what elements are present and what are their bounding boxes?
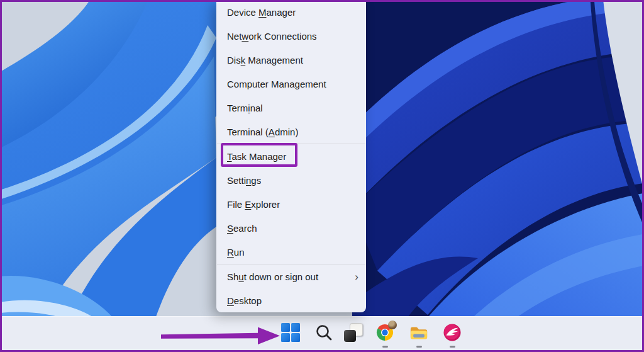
start-logo-pane <box>291 323 300 332</box>
pink-feather-app-icon[interactable] <box>443 323 462 342</box>
chrome-icon[interactable] <box>375 323 394 342</box>
annotation-arrow <box>156 324 284 349</box>
menu-item-search[interactable]: Search <box>216 216 366 240</box>
menu-item-terminal[interactable]: Terminal <box>216 96 366 120</box>
submenu-chevron-icon: › <box>355 271 358 282</box>
search-icon[interactable] <box>314 323 333 342</box>
chrome-running-indicator <box>382 346 388 348</box>
menu-item-terminal-admin[interactable]: Terminal (Admin) <box>216 120 366 144</box>
task-view-icon[interactable] <box>344 323 363 342</box>
menu-item-settings[interactable]: Settings <box>216 168 366 192</box>
menu-item-device-manager[interactable]: Device Manager <box>216 0 366 24</box>
winx-context-menu: Device Manager Network Connections Disk … <box>216 0 366 312</box>
menu-item-computer-management[interactable]: Computer Management <box>216 72 366 96</box>
menu-item-disk-management[interactable]: Disk Management <box>216 48 366 72</box>
menu-item-desktop[interactable]: Desktop <box>216 288 366 312</box>
file-explorer-icon[interactable] <box>409 323 428 342</box>
start-logo-pane <box>291 333 300 342</box>
menu-item-file-explorer[interactable]: File Explorer <box>216 192 366 216</box>
file-explorer-running-indicator <box>416 346 422 348</box>
menu-item-network-connections[interactable]: Network Connections <box>216 24 366 48</box>
windows-desktop: Device Manager Network Connections Disk … <box>0 0 644 352</box>
menu-item-shut-down-or-sign-out[interactable]: Shut down or sign out› <box>216 264 366 288</box>
chrome-profile-avatar <box>388 321 397 329</box>
task-view-front-pane <box>344 330 356 342</box>
menu-item-run[interactable]: Run <box>216 240 366 264</box>
pink-app-running-indicator <box>450 346 455 348</box>
task-manager-highlight-box <box>221 143 297 167</box>
